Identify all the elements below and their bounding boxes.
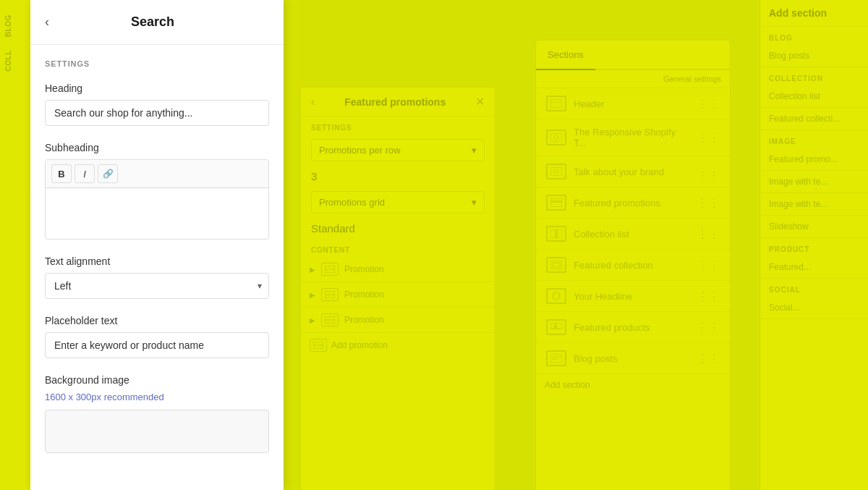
link-button[interactable]: 🔗 xyxy=(98,164,118,183)
text-alignment-select-wrapper: Left Center Right ▾ xyxy=(45,273,269,299)
text-alignment-field-group: Text alignment Left Center Right ▾ xyxy=(45,255,269,299)
main-panel: ‹ Search SETTINGS Heading Subheading B I xyxy=(30,0,284,490)
bg-blog-label: BLOG xyxy=(4,14,26,37)
italic-button[interactable]: I xyxy=(75,164,95,183)
subheading-field-group: Subheading B I 🔗 xyxy=(45,142,269,240)
panel-header: ‹ Search xyxy=(30,0,284,45)
heading-field-group: Heading xyxy=(45,83,269,126)
link-icon: 🔗 xyxy=(103,169,114,179)
background-image-label: Background image xyxy=(45,374,269,386)
text-alignment-label: Text alignment xyxy=(45,255,269,267)
bold-button[interactable]: B xyxy=(51,164,72,183)
bg-coll-label: COLL xyxy=(4,50,26,72)
bg-left-sidebar: BLOG COLL xyxy=(0,0,30,490)
heading-label: Heading xyxy=(45,83,269,94)
subheading-label: Subheading xyxy=(45,142,269,153)
placeholder-input[interactable] xyxy=(45,332,269,358)
rich-toolbar: B I 🔗 xyxy=(46,160,268,188)
background-image-box[interactable] xyxy=(45,410,269,453)
heading-input[interactable] xyxy=(45,100,269,126)
back-chevron-icon: ‹ xyxy=(45,14,49,30)
settings-section: SETTINGS Heading Subheading B I 🔗 xyxy=(30,45,284,453)
subheading-rich-editor: B I 🔗 xyxy=(45,159,269,240)
back-button[interactable]: ‹ xyxy=(45,12,55,33)
background-image-hint-link[interactable]: 1600 x 300px recommended xyxy=(45,392,269,402)
subheading-content[interactable] xyxy=(46,188,268,239)
placeholder-field-group: Placeholder text xyxy=(45,315,269,358)
placeholder-label: Placeholder text xyxy=(45,315,269,326)
text-alignment-select[interactable]: Left Center Right xyxy=(45,273,269,299)
bg-overlay xyxy=(284,0,868,490)
settings-label: SETTINGS xyxy=(45,59,269,68)
background-image-field-group: Background image 1600 x 300px recommende… xyxy=(45,374,269,453)
panel-title: Search xyxy=(55,14,250,30)
